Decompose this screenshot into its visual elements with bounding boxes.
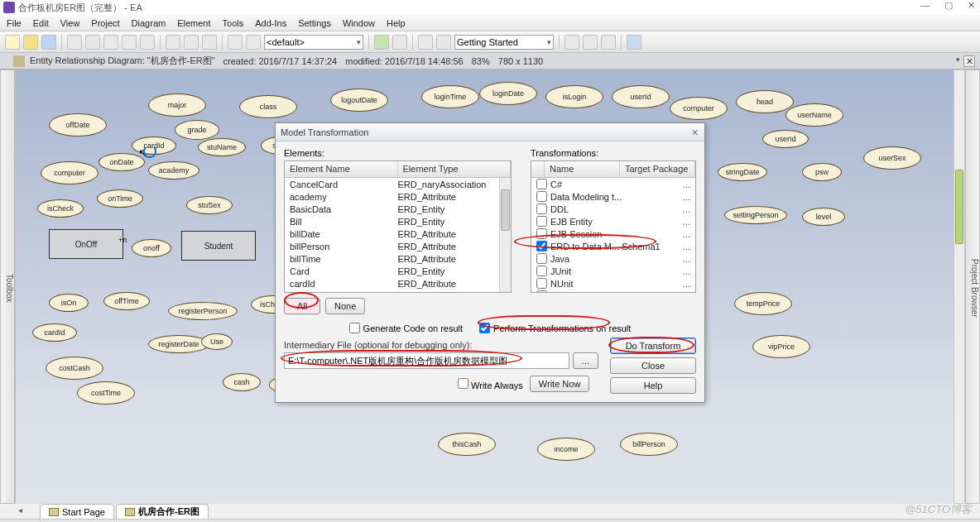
list-item[interactable]: billTimeERD_Attribute — [285, 252, 511, 265]
scrollbar-thumb[interactable] — [955, 170, 963, 244]
entity-logintime[interactable]: loginTime — [421, 85, 479, 108]
entity-registerperson[interactable]: registerPerson — [168, 302, 238, 320]
tab-scroll-left-icon[interactable]: ◂ — [18, 505, 22, 515]
zoom-icon[interactable] — [246, 35, 261, 50]
menu-edit[interactable]: Edit — [33, 18, 49, 28]
all-button[interactable]: All — [284, 298, 320, 314]
transformations-listbox[interactable]: Name Target Package C#...Data Modeling t… — [531, 160, 696, 293]
menu-settings[interactable]: Settings — [298, 18, 331, 28]
entity-userid[interactable]: userId — [612, 85, 670, 108]
entity-ison[interactable]: isOn — [49, 294, 89, 312]
toolbox-panel[interactable]: Toolbox — [0, 69, 15, 504]
browse-button[interactable]: ... — [573, 352, 598, 369]
entity-ontime[interactable]: onTime — [97, 189, 143, 208]
entity-costtime[interactable]: costTime — [77, 381, 135, 405]
layout3-icon[interactable] — [601, 35, 616, 50]
entity-offdate[interactable]: offDate — [49, 113, 107, 136]
project-browser-panel[interactable]: Project Browser — [965, 69, 980, 504]
perform-transformations-checkbox[interactable]: Perform Transformations on result — [479, 323, 631, 333]
entity-logindate[interactable]: loginDate — [479, 82, 537, 105]
elements-listbox[interactable]: Element Name Element Type CancelCardERD_… — [284, 160, 512, 293]
write-now-button[interactable]: Write Now — [530, 376, 590, 392]
menu-addins[interactable]: Add-Ins — [255, 18, 286, 28]
list-item[interactable]: billDateERD_Attribute — [285, 227, 511, 240]
open-icon[interactable] — [23, 35, 38, 50]
list-item[interactable]: NUnit... — [531, 277, 695, 290]
redo-icon[interactable] — [140, 35, 155, 50]
close-button[interactable]: Close — [610, 357, 696, 374]
entity-onoff-rel[interactable]: onoff — [132, 239, 171, 257]
world-icon[interactable] — [374, 35, 389, 50]
new-icon[interactable] — [5, 35, 20, 50]
menu-window[interactable]: Window — [343, 18, 375, 28]
entity-stusex[interactable]: stuSex — [186, 196, 233, 214]
menu-view[interactable]: View — [60, 18, 80, 28]
entity-vipprice[interactable]: vipPrice — [752, 335, 810, 358]
entity-class[interactable]: class — [239, 95, 297, 118]
doc-icon[interactable] — [184, 35, 199, 50]
entity-computer2[interactable]: computer — [41, 161, 98, 184]
col-target-package[interactable]: Target Package — [620, 161, 695, 177]
canvas-vertical-scrollbar[interactable] — [954, 69, 965, 504]
minimize-button[interactable]: — — [920, 0, 930, 11]
entity-grade[interactable]: grade — [175, 120, 219, 140]
help-icon[interactable] — [392, 35, 407, 50]
list-item[interactable]: BasicDataERD_Entity — [285, 203, 511, 215]
list-item[interactable]: Java... — [531, 252, 695, 265]
entity-thiscash[interactable]: thisCash — [438, 433, 496, 456]
list-item[interactable]: Data Modeling t...... — [531, 190, 695, 203]
col-element-name[interactable]: Element Name — [285, 161, 398, 177]
list-item[interactable]: ERD to Data M... Schema1... — [531, 240, 695, 252]
entity-stringdate[interactable]: stringDate — [718, 163, 767, 181]
maximize-button[interactable]: ▢ — [944, 0, 953, 11]
list-item[interactable]: BillERD_Entity — [285, 215, 511, 227]
entity-userid2[interactable]: userId — [762, 130, 809, 148]
write-always-checkbox[interactable]: Write Always — [458, 378, 523, 390]
save-icon[interactable] — [41, 35, 56, 50]
none-button[interactable]: None — [325, 298, 365, 314]
undo-icon[interactable] — [122, 35, 137, 50]
layout4-icon[interactable] — [627, 35, 641, 50]
menu-file[interactable]: File — [7, 18, 22, 28]
entity-onoff[interactable]: OnOff — [49, 229, 123, 259]
header-close-icon[interactable]: ✕ — [963, 55, 975, 67]
paste-icon[interactable] — [103, 35, 118, 50]
col-trans-name[interactable]: Name — [545, 161, 620, 177]
intermediary-file-input[interactable]: E:\T-computer\.NET版机房重构\合作版机房数据模型图 — [284, 352, 569, 369]
list-item[interactable]: C#... — [531, 178, 695, 190]
view1-icon[interactable] — [418, 35, 433, 50]
entity-student[interactable]: Student — [181, 231, 256, 261]
entity-tempprice[interactable]: tempPrice — [734, 292, 792, 315]
entity-use[interactable]: Use — [201, 333, 233, 350]
entity-logoutdate[interactable]: logoutDate — [330, 89, 388, 112]
entity-major[interactable]: major — [148, 93, 206, 117]
generate-code-checkbox[interactable]: Generate Code on result — [349, 323, 463, 333]
menu-tools[interactable]: Tools — [223, 18, 244, 28]
layout2-icon[interactable] — [583, 35, 598, 50]
entity-computer[interactable]: computer — [670, 97, 728, 120]
entity-head[interactable]: head — [736, 90, 794, 113]
elements-scrollbar[interactable] — [499, 178, 511, 292]
entity-psw[interactable]: psw — [802, 163, 842, 181]
list-item[interactable]: CancelCardERD_naryAssociation — [285, 178, 511, 190]
close-button[interactable]: ✕ — [968, 0, 975, 11]
entity-income[interactable]: income — [537, 438, 595, 461]
getting-started-combo[interactable]: Getting Started — [454, 35, 554, 50]
menu-diagram[interactable]: Diagram — [132, 18, 166, 28]
menu-help[interactable]: Help — [387, 18, 406, 28]
view2-icon[interactable] — [436, 35, 451, 50]
col-element-type[interactable]: Element Type — [398, 161, 512, 177]
entity-billperson[interactable]: billPerson — [620, 433, 678, 456]
help-button[interactable]: Help — [610, 377, 696, 394]
dialog-close-icon[interactable]: ✕ — [688, 125, 701, 138]
grid-icon[interactable] — [228, 35, 243, 50]
menu-element[interactable]: Element — [177, 18, 210, 28]
do-transform-button[interactable]: Do Transform — [610, 338, 696, 354]
dialog-titlebar[interactable]: Model Transformation ✕ — [276, 123, 704, 141]
entity-usersex[interactable]: userSex — [863, 146, 921, 170]
menu-project[interactable]: Project — [91, 18, 119, 28]
entity-cardid2[interactable]: cardId — [32, 323, 77, 342]
entity-academy[interactable]: academy — [148, 161, 199, 180]
layout1-icon[interactable] — [564, 35, 579, 50]
list-item[interactable]: academyERD_Attribute — [285, 190, 511, 203]
